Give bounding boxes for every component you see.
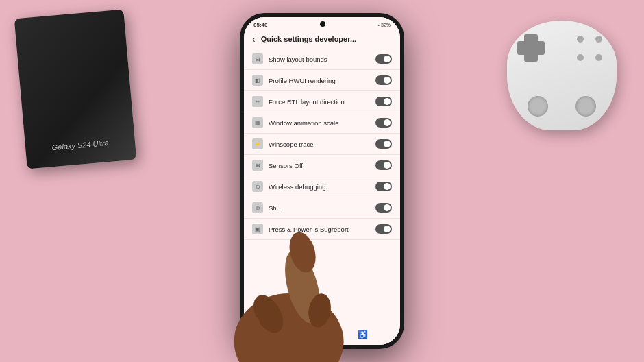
button-triangle — [595, 36, 602, 43]
wireless-debug-icon: ⊙ — [252, 181, 263, 192]
setting-show-layout-bounds[interactable]: ⊞ Show layout bounds — [244, 49, 400, 70]
winscope-toggle[interactable] — [375, 139, 392, 149]
status-bar: 05:40 ▪ 32% — [244, 17, 400, 29]
winscope-label: Winscope trace — [269, 141, 370, 148]
setting-window-animation[interactable]: ▦ Window animation scale — [244, 112, 400, 134]
status-icons: ▪ 32% — [378, 23, 391, 27]
layout-bounds-icon: ⊞ — [252, 53, 263, 64]
setting-sensors-off[interactable]: ✱ Sensors Off — [244, 155, 400, 176]
settings-list: ⊞ Show layout bounds ◧ Profile HWUI rend… — [244, 49, 400, 324]
winscope-icon: ⚡ — [252, 138, 263, 149]
sensors-icon: ✱ — [252, 160, 263, 171]
window-anim-toggle[interactable] — [375, 118, 392, 128]
battery-percent: 32% — [381, 23, 391, 27]
force-rtl-icon: ↔ — [252, 96, 263, 107]
window-anim-icon: ▦ — [252, 117, 263, 128]
accessibility-button[interactable]: ♿ — [358, 330, 368, 339]
camera-punch-hole — [320, 21, 325, 27]
setting-winscope-trace[interactable]: ⚡ Winscope trace — [244, 134, 400, 155]
layout-bounds-label: Show layout bounds — [269, 56, 370, 63]
back-button[interactable]: ‹ — [252, 34, 256, 45]
right-analog — [575, 96, 596, 117]
phone-screen: 05:40 ▪ 32% ‹ Quick settings developer..… — [244, 17, 400, 345]
show-taps-label: Sh... — [269, 204, 370, 212]
window-anim-label: Window animation scale — [269, 119, 370, 127]
phone: 05:40 ▪ 32% ‹ Quick settings developer..… — [240, 13, 404, 349]
page-title: Quick settings developer... — [261, 35, 356, 43]
force-rtl-label: Force RTL layout direction — [269, 98, 370, 106]
wireless-debug-toggle[interactable] — [375, 182, 392, 191]
left-analog — [528, 96, 548, 117]
force-rtl-toggle[interactable] — [375, 97, 392, 106]
bugreport-label: Press & Power is Bugreport — [269, 226, 370, 233]
dpad-vertical — [524, 34, 538, 62]
galaxy-box: Galaxy S24 Ultra — [14, 9, 137, 169]
bugreport-toggle[interactable] — [375, 224, 392, 234]
setting-profile-hwui[interactable]: ◧ Profile HWUI rendering — [244, 70, 400, 91]
bottom-navigation: □ ‹ ♿ — [244, 324, 400, 345]
button-circle — [595, 54, 602, 61]
setting-bugreport[interactable]: ▣ Press & Power is Bugreport — [244, 219, 400, 240]
profile-hwui-toggle[interactable] — [375, 75, 392, 85]
back-nav-button[interactable]: ‹ — [318, 330, 321, 339]
setting-force-rtl[interactable]: ↔ Force RTL layout direction — [244, 91, 400, 112]
layout-bounds-toggle[interactable] — [375, 54, 392, 64]
top-navigation: ‹ Quick settings developer... — [244, 29, 400, 49]
button-square — [577, 54, 584, 61]
status-time: 05:40 — [253, 22, 267, 28]
controller-body — [507, 21, 617, 130]
game-controller — [507, 21, 617, 144]
setting-show-taps[interactable]: ⊚ Sh... — [244, 197, 400, 219]
setting-wireless-debug[interactable]: ⊙ Wireless debugging — [244, 176, 400, 197]
sensors-toggle[interactable] — [375, 160, 392, 170]
profile-hwui-icon: ◧ — [252, 75, 263, 86]
battery-icon: ▪ — [378, 23, 380, 27]
bugreport-icon: ▣ — [252, 224, 263, 234]
recents-button[interactable]: □ — [276, 330, 281, 339]
box-brand-text: Galaxy S24 Ultra — [51, 138, 109, 154]
sensors-label: Sensors Off — [269, 162, 370, 169]
wireless-debug-label: Wireless debugging — [269, 183, 370, 191]
button-cross — [577, 36, 584, 43]
profile-hwui-label: Profile HWUI rendering — [269, 77, 370, 84]
show-taps-toggle[interactable] — [375, 203, 392, 213]
show-taps-icon: ⊚ — [252, 202, 263, 213]
